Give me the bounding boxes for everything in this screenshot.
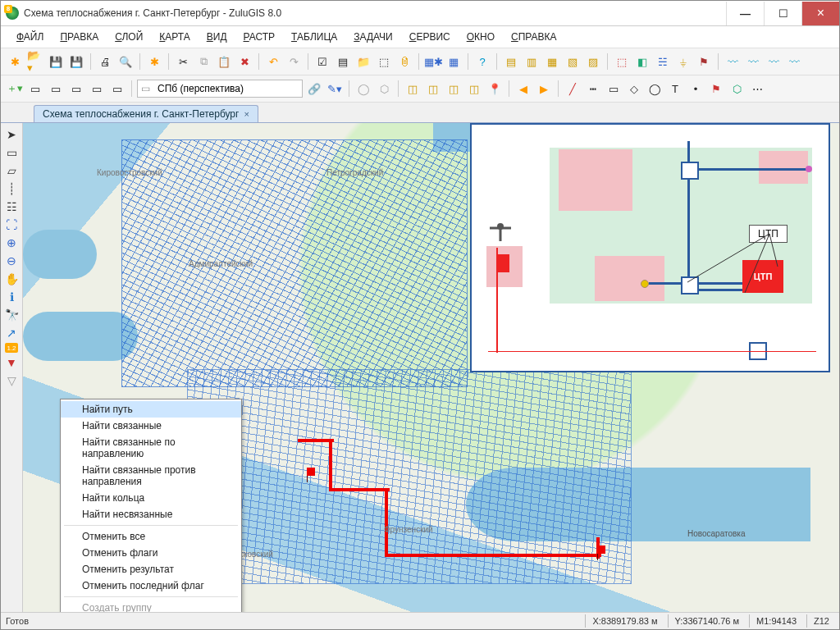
menu-map[interactable]: КАРТА [152,29,197,45]
flag-red-icon[interactable]: ▼ [3,354,20,371]
net2-icon[interactable]: ◧ [633,52,651,71]
wave2-icon[interactable]: 〰 [744,52,762,71]
grid-icon[interactable]: ▦✱ [424,52,442,71]
paste-icon[interactable]: 📋 [215,52,233,71]
link2-icon[interactable]: ↗ [3,325,20,341]
menu-edit[interactable]: ПРАВКА [52,29,106,45]
select-group-icon[interactable]: ☷ [3,199,20,215]
schematic-window[interactable]: Четырехтрубная схема тепловой сети после… [470,123,830,372]
ctx-cancel-last[interactable]: Отменить последний флаг [61,578,241,594]
seg-tool-icon[interactable]: ┅ [584,80,602,98]
wave1-icon[interactable]: 〰 [724,52,742,71]
gray-circle-icon[interactable]: ◯ [354,80,372,98]
rect-tool-icon[interactable]: ▭ [605,80,623,98]
ctx-cancel-result[interactable]: Отменить результат [61,561,241,578]
minimize-button[interactable]: — [726,2,764,25]
cut-icon[interactable]: ✂ [174,52,192,71]
back-icon[interactable]: ◀ [514,80,532,98]
open-file-icon[interactable]: 📂▾ [26,52,44,71]
ctx-find-connected[interactable]: Найти связанные [61,418,241,434]
addlayer-icon[interactable]: ＋▾ [6,80,24,98]
fwd-icon[interactable]: ▶ [535,80,553,98]
link-icon[interactable]: 🔗 [305,80,323,98]
db-icon[interactable]: 🛢 [395,52,413,71]
card-icon[interactable]: ▤ [334,52,352,71]
card4-icon[interactable]: ▦ [543,52,561,71]
poly-tool-icon[interactable]: ◇ [625,80,643,98]
pan-icon[interactable]: ✋ [3,271,20,287]
pencil-icon[interactable]: ✎▾ [326,80,344,98]
geo3-icon[interactable]: ◫ [445,80,463,98]
layer-input[interactable] [153,81,302,96]
layer-b-icon[interactable]: ▭ [47,80,65,98]
undo-icon[interactable]: ↶ [264,52,282,71]
card3-icon[interactable]: ▥ [523,52,541,71]
preview-icon[interactable]: 🔍 [116,52,135,71]
text-tool-icon[interactable]: T [666,80,684,98]
folder-icon[interactable]: 📁 [354,52,372,71]
badge-icon[interactable]: 1.2 [5,343,18,353]
zoomout-icon[interactable]: ⊖ [3,253,20,269]
flag-tool-icon[interactable]: ⚑ [707,80,725,98]
netflag-icon[interactable]: ⚑ [695,52,713,71]
line-tool-icon[interactable]: ╱ [564,80,582,98]
gray-node-icon[interactable]: ⬡ [375,80,393,98]
help-icon[interactable]: ? [473,52,491,71]
close-button[interactable]: × [801,2,839,25]
ctx-cancel-flags[interactable]: Отменить флаги [61,545,241,561]
new-file-icon[interactable]: ✱ [6,52,24,71]
save-all-icon[interactable]: 💾 [67,52,85,71]
binoc-icon[interactable]: 🔭 [3,307,20,323]
net4-icon[interactable]: ⏚ [674,52,692,71]
circle-tool-icon[interactable]: ◯ [646,80,664,98]
table-icon[interactable]: ▦ [445,52,463,71]
node-tool-icon[interactable]: • [687,80,705,98]
net3-icon[interactable]: ☵ [654,52,672,71]
card6-icon[interactable]: ▨ [584,52,602,71]
select-line-icon[interactable]: ┊ [3,180,20,197]
ctx-find-disconnected[interactable]: Найти несвязанные [61,506,241,523]
ctx-find-path[interactable]: Найти путь [61,401,241,418]
tab-main[interactable]: Схема теплоснабжения г. Санкт-Петербург … [34,105,258,122]
menu-view[interactable]: ВИД [199,29,235,45]
menu-tasks[interactable]: ЗАДАЧИ [346,29,399,45]
card5-icon[interactable]: ▧ [564,52,582,71]
geo4-icon[interactable]: ◫ [465,80,483,98]
card2-icon[interactable]: ▤ [502,52,520,71]
tab-close-icon[interactable]: × [244,109,249,119]
zoomin-icon[interactable]: ⊕ [3,235,20,251]
schematic-canvas[interactable]: ЦТП ЦТП [472,125,829,371]
menu-raster[interactable]: РАСТР [236,29,283,45]
map-view[interactable]: Кировостровский Петроградский Адмиралтей… [23,123,839,612]
layer-a-icon[interactable]: ▭ [26,80,44,98]
geo2-icon[interactable]: ◫ [424,80,442,98]
layer-d-icon[interactable]: ▭ [88,80,106,98]
checklist-icon[interactable]: ☑ [313,52,331,71]
wave4-icon[interactable]: 〰 [785,52,803,71]
pin-icon[interactable]: 📍 [486,80,504,98]
ctx-find-upstream[interactable]: Найти связанные против направления [61,462,241,490]
redo-icon[interactable]: ↷ [285,52,303,71]
menu-layer[interactable]: СЛОЙ [107,29,150,45]
menu-window[interactable]: ОКНО [459,29,502,45]
layer-e-icon[interactable]: ▭ [108,80,126,98]
extra-tool-icon[interactable]: ⋯ [748,80,766,98]
net-calc-icon[interactable]: ⬡ [728,80,746,98]
info-icon[interactable]: ℹ [3,289,20,305]
layer-c-icon[interactable]: ▭ [67,80,85,98]
flag-gray-icon[interactable]: ▽ [3,372,20,389]
save-icon[interactable]: 💾 [47,52,65,71]
select-rect-icon[interactable]: ▭ [3,144,20,161]
menu-file[interactable]: ФАЙЛ [9,29,51,45]
select-poly-icon[interactable]: ▱ [3,162,20,179]
copy-icon[interactable]: ⧉ [194,52,212,71]
ctx-cancel-all[interactable]: Отменить все [61,528,241,545]
layer-selector[interactable]: ▭ [137,80,303,98]
wave3-icon[interactable]: 〰 [765,52,783,71]
ctx-find-ap[interactable]: Найти кольца [61,490,241,506]
menu-help[interactable]: СПРАВКА [504,29,564,45]
pointer-icon[interactable]: ➤ [3,126,20,143]
menu-table[interactable]: ТАБЛИЦА [284,29,345,45]
menu-service[interactable]: СЕРВИС [402,29,458,45]
net1-icon[interactable]: ⬚ [613,52,631,71]
